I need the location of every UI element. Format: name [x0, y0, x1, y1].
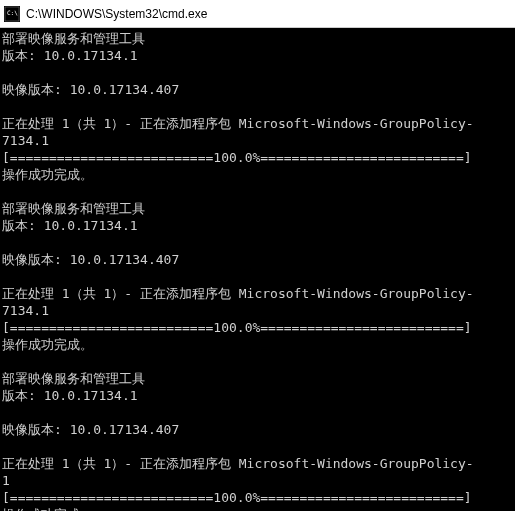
console-line: 操作成功完成。 — [2, 507, 93, 511]
console-line: 部署映像服务和管理工具 — [2, 31, 145, 46]
console-line: 操作成功完成。 — [2, 337, 93, 352]
console-line: 部署映像服务和管理工具 — [2, 201, 145, 216]
console-line: 操作成功完成。 — [2, 167, 93, 182]
console-output[interactable]: 部署映像服务和管理工具 版本: 10.0.17134.1 映像版本: 10.0.… — [0, 28, 515, 511]
progress-bar: [==========================100.0%=======… — [2, 490, 472, 505]
console-line: 映像版本: 10.0.17134.407 — [2, 82, 179, 97]
console-line: 部署映像服务和管理工具 — [2, 371, 145, 386]
window-titlebar: C:\ C:\WINDOWS\System32\cmd.exe — [0, 0, 515, 28]
console-line: 映像版本: 10.0.17134.407 — [2, 252, 179, 267]
console-line: 版本: 10.0.17134.1 — [2, 218, 138, 233]
window-title: C:\WINDOWS\System32\cmd.exe — [26, 7, 207, 21]
console-line: 正在处理 1（共 1）- 正在添加程序包 Microsoft-Windows-G… — [2, 286, 474, 301]
svg-text:C:\: C:\ — [7, 9, 18, 16]
console-line: 映像版本: 10.0.17134.407 — [2, 422, 179, 437]
console-line: 正在处理 1（共 1）- 正在添加程序包 Microsoft-Windows-G… — [2, 116, 474, 131]
console-line: 版本: 10.0.17134.1 — [2, 388, 138, 403]
console-line: 7134.1 — [2, 133, 49, 148]
console-line: 版本: 10.0.17134.1 — [2, 48, 138, 63]
progress-bar: [==========================100.0%=======… — [2, 150, 472, 165]
console-line: 7134.1 — [2, 303, 49, 318]
console-line: 正在处理 1（共 1）- 正在添加程序包 Microsoft-Windows-G… — [2, 456, 474, 471]
cmd-icon: C:\ — [4, 6, 20, 22]
console-line: 1 — [2, 473, 10, 488]
progress-bar: [==========================100.0%=======… — [2, 320, 472, 335]
